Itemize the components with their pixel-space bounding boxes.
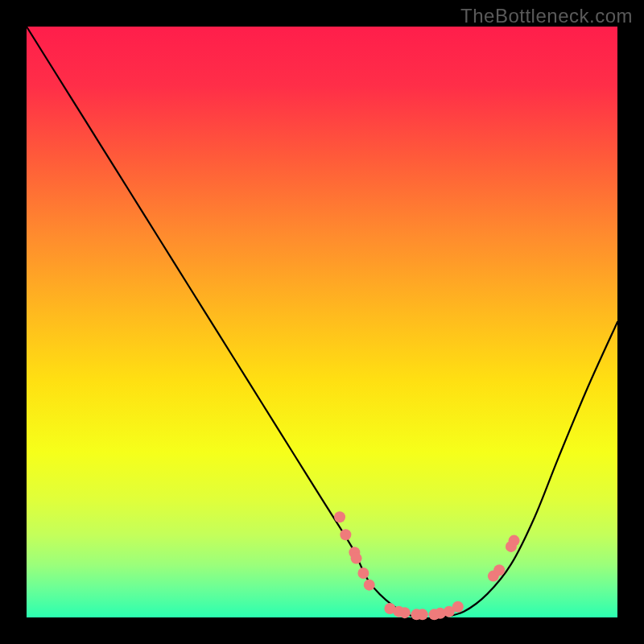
highlight-point	[399, 607, 411, 618]
chart-svg	[0, 0, 644, 644]
highlight-point	[509, 535, 520, 547]
highlight-point	[493, 564, 505, 576]
watermark-text: TheBottleneck.com	[460, 5, 633, 27]
highlight-point	[452, 601, 464, 613]
highlight-point	[340, 529, 351, 540]
highlight-point	[334, 511, 345, 522]
highlight-point	[364, 580, 375, 591]
highlight-point	[417, 609, 428, 620]
highlight-point	[357, 568, 369, 579]
chart-stage: TheBottleneck.com	[0, 0, 644, 644]
highlight-point	[351, 553, 362, 564]
